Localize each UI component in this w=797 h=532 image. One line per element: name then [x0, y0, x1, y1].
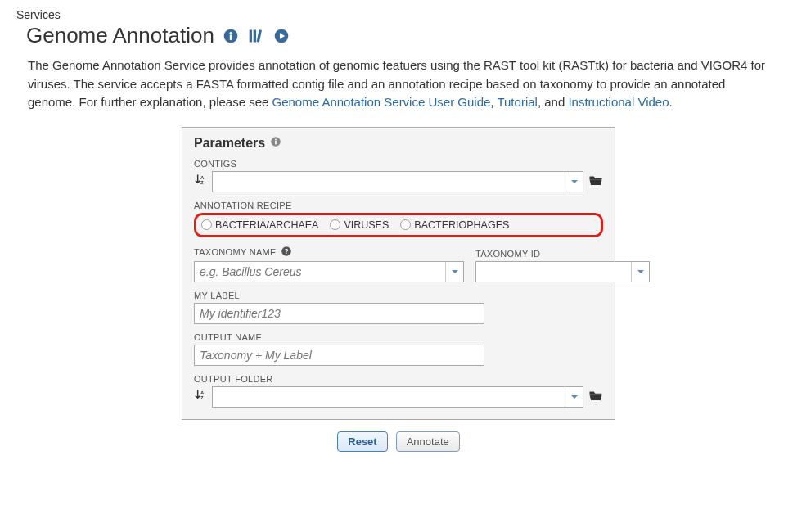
svg-rect-5 — [256, 29, 261, 42]
info-icon[interactable] — [270, 136, 281, 151]
taxonomy-id-input[interactable] — [476, 262, 631, 282]
description: The Genome Annotation Service provides a… — [28, 56, 769, 112]
svg-point-8 — [275, 138, 277, 140]
taxonomy-name-select[interactable] — [194, 261, 464, 282]
help-icon[interactable]: ? — [281, 246, 292, 259]
panel-title: Parameters — [194, 136, 265, 151]
output-folder-input[interactable] — [213, 387, 565, 407]
video-link[interactable]: Instructional Video — [568, 95, 669, 109]
recipe-phages-radio[interactable]: BACTERIOPHAGES — [400, 219, 509, 231]
breadcrumb[interactable]: Services — [16, 8, 781, 21]
annotate-button[interactable]: Annotate — [396, 431, 460, 452]
play-icon[interactable] — [273, 28, 290, 44]
reset-button[interactable]: Reset — [337, 431, 387, 452]
svg-rect-9 — [275, 140, 277, 144]
folder-icon[interactable] — [588, 174, 603, 189]
output-folder-select[interactable] — [212, 386, 583, 408]
svg-rect-4 — [254, 29, 256, 42]
folder-icon[interactable] — [588, 389, 603, 404]
chevron-down-icon[interactable] — [565, 172, 583, 192]
taxonomy-id-label: TAXONOMY ID — [475, 249, 650, 259]
tutorial-link[interactable]: Tutorial — [497, 95, 537, 109]
svg-point-1 — [230, 31, 232, 34]
contigs-input[interactable] — [213, 172, 565, 192]
sort-icon[interactable]: AZ — [194, 389, 207, 404]
user-guide-link[interactable]: Genome Annotation Service User Guide — [272, 95, 491, 109]
library-icon[interactable] — [247, 28, 265, 44]
svg-rect-2 — [230, 34, 232, 40]
contigs-select[interactable] — [212, 171, 583, 192]
parameters-panel: Parameters CONTIGS AZ ANNOTATION RECIPE … — [182, 127, 615, 420]
svg-text:Z: Z — [200, 395, 204, 400]
output-name-input[interactable] — [194, 345, 484, 366]
svg-text:?: ? — [284, 247, 288, 255]
output-folder-label: OUTPUT FOLDER — [194, 374, 603, 384]
sort-icon[interactable]: AZ — [194, 174, 207, 189]
svg-text:A: A — [200, 390, 205, 395]
taxonomy-name-label: TAXONOMY NAME — [194, 247, 277, 257]
recipe-bacteria-radio[interactable]: BACTERIA/ARCHAEA — [201, 219, 318, 231]
contigs-label: CONTIGS — [194, 159, 603, 169]
recipe-viruses-radio[interactable]: VIRUSES — [330, 219, 389, 231]
recipe-highlight: BACTERIA/ARCHAEA VIRUSES BACTERIOPHAGES — [194, 213, 603, 237]
chevron-down-icon[interactable] — [631, 262, 649, 282]
svg-text:Z: Z — [200, 180, 204, 185]
chevron-down-icon[interactable] — [565, 387, 583, 407]
info-icon[interactable] — [223, 28, 239, 44]
my-label-label: MY LABEL — [194, 291, 603, 300]
recipe-label: ANNOTATION RECIPE — [194, 201, 603, 210]
taxonomy-name-input[interactable] — [195, 262, 445, 282]
taxonomy-id-select[interactable] — [475, 261, 650, 282]
my-label-input[interactable] — [194, 303, 484, 324]
page-title: Genome Annotation — [26, 23, 214, 48]
chevron-down-icon[interactable] — [445, 262, 463, 282]
output-name-label: OUTPUT NAME — [194, 332, 603, 342]
svg-rect-3 — [250, 29, 252, 42]
svg-text:A: A — [200, 175, 205, 180]
